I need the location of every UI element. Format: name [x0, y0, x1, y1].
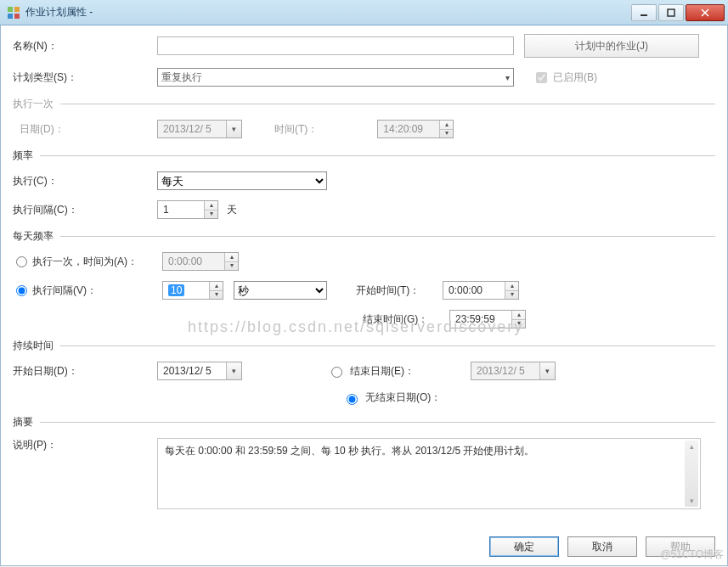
spin-arrows-icon[interactable]: ▴▾	[511, 311, 525, 328]
window-buttons	[631, 4, 725, 21]
divider	[60, 104, 715, 104]
spin-arrows-icon: ▴▾	[224, 253, 238, 270]
summary-textbox[interactable]: 每天在 0:00:00 和 23:59:59 之间、每 10 秒 执行。将从 2…	[157, 438, 701, 509]
once-date-value: 2013/12/ 5	[158, 121, 226, 138]
divider	[40, 155, 715, 156]
calendar-drop-icon: ▾	[226, 121, 241, 138]
daily-start-time[interactable]: 0:00:00 ▴▾	[443, 281, 519, 300]
schedule-type-value: 重复执行	[161, 70, 202, 85]
spin-arrows-icon[interactable]: ▴▾	[204, 201, 217, 218]
occurs-label: 执行(C)：	[13, 174, 157, 188]
daily-end-value: 23:59:59	[450, 311, 511, 328]
section-daily-frequency: 每天频率 执行一次，时间为(A)： 0:00:00 ▴▾ 执行间隔(V)： 10…	[13, 229, 715, 328]
start-date-picker[interactable]: 2013/12/ 5 ▾	[157, 362, 242, 380]
end-date-value: 2013/12/ 5	[471, 362, 539, 379]
daily-end-time[interactable]: 23:59:59 ▴▾	[449, 310, 526, 328]
schedule-type-label: 计划类型(S)：	[13, 70, 157, 85]
dialog-footer: 确定 取消 帮助	[13, 536, 715, 557]
section-once-title: 执行一次	[13, 97, 54, 111]
jobs-in-schedule-label: 计划中的作业(J)	[575, 39, 648, 53]
no-end-date-radio[interactable]	[347, 394, 358, 405]
calendar-drop-icon: ▾	[539, 362, 555, 379]
dialog-client: 名称(N)： 计划中的作业(J) 计划类型(S)： 重复执行 ▾ 已启用(B) …	[0, 25, 728, 566]
ok-button[interactable]: 确定	[489, 536, 559, 557]
enabled-checkbox-input[interactable]	[536, 72, 547, 83]
occurs-select[interactable]: 每天	[157, 171, 327, 190]
daily-every-value: 10	[168, 284, 184, 296]
start-date-label: 开始日期(D)：	[13, 364, 157, 379]
spin-arrows-icon: ▴▾	[439, 121, 453, 138]
end-date-label: 结束日期(E)：	[350, 364, 415, 379]
cancel-button[interactable]: 取消	[567, 536, 637, 557]
maximize-button[interactable]	[658, 4, 684, 21]
once-date-label: 日期(D)：	[13, 122, 157, 137]
daily-once-value: 0:00:00	[163, 253, 224, 270]
jobs-in-schedule-button[interactable]: 计划中的作业(J)	[524, 34, 699, 58]
svg-rect-5	[668, 9, 674, 16]
section-duration: 持续时间 开始日期(D)： 2013/12/ 5 ▾ 结束日期(E)： 2013…	[13, 339, 715, 405]
daily-start-value: 0:00:00	[443, 282, 505, 299]
daily-every-label: 执行间隔(V)：	[32, 284, 97, 298]
recur-interval-value: 1	[158, 201, 204, 218]
section-daily-title: 每天频率	[13, 229, 54, 244]
daily-start-label: 开始时间(T)：	[356, 284, 437, 298]
daily-end-label: 结束时间(G)：	[363, 312, 444, 327]
schedule-type-select[interactable]: 重复执行 ▾	[157, 68, 514, 87]
row-schedule-type: 计划类型(S)： 重复执行 ▾ 已启用(B)	[13, 68, 715, 87]
corner-watermark: @51CTO博客	[660, 547, 724, 562]
cancel-label: 取消	[592, 540, 612, 554]
daily-once-radio[interactable]	[16, 256, 27, 267]
svg-rect-3	[14, 14, 20, 19]
daily-every-unit-select[interactable]: 秒	[234, 281, 327, 300]
svg-rect-1	[14, 7, 20, 12]
section-duration-title: 持续时间	[13, 339, 54, 353]
scroll-up-icon[interactable]: ▴	[690, 441, 694, 452]
name-input[interactable]	[157, 36, 514, 55]
once-time-spinner: 14:20:09 ▴▾	[377, 120, 454, 138]
divider	[60, 236, 715, 237]
window-title: 作业计划属性 -	[25, 5, 631, 20]
section-frequency: 频率 执行(C)： 每天 执行间隔(C)： 1 ▴▾ 天	[13, 149, 715, 219]
divider	[60, 345, 715, 346]
spin-arrows-icon[interactable]: ▴▾	[505, 282, 518, 299]
scrollbar[interactable]: ▴▾	[685, 441, 698, 507]
daily-once-time: 0:00:00 ▴▾	[162, 252, 239, 271]
row-name: 名称(N)： 计划中的作业(J)	[13, 34, 715, 58]
enabled-checkbox[interactable]: 已启用(B)	[533, 70, 597, 86]
svg-rect-4	[641, 14, 647, 16]
end-date-picker: 2013/12/ 5 ▾	[471, 362, 556, 380]
once-date-picker: 2013/12/ 5 ▾	[157, 120, 242, 138]
end-date-radio[interactable]	[331, 367, 342, 378]
daily-once-label: 执行一次，时间为(A)：	[32, 255, 138, 269]
section-once: 执行一次 日期(D)： 2013/12/ 5 ▾ 时间(T)： 14:20:09…	[13, 97, 715, 138]
calendar-drop-icon[interactable]: ▾	[226, 362, 241, 379]
no-end-date-label: 无结束日期(O)：	[365, 390, 441, 405]
name-label: 名称(N)：	[13, 39, 157, 53]
section-summary-title: 摘要	[13, 415, 33, 429]
svg-rect-0	[8, 7, 13, 12]
divider	[40, 422, 715, 423]
window-titlebar: 作业计划属性 -	[0, 0, 728, 25]
section-summary: 摘要 说明(P)： 每天在 0:00:00 和 23:59:59 之间、每 10…	[13, 415, 715, 509]
scroll-down-icon[interactable]: ▾	[690, 495, 694, 507]
enabled-label: 已启用(B)	[553, 70, 597, 85]
recur-unit: 天	[227, 203, 237, 217]
daily-every-radio[interactable]	[16, 285, 27, 296]
once-time-value: 14:20:09	[378, 121, 439, 138]
recur-interval-spinner[interactable]: 1 ▴▾	[157, 200, 218, 219]
spin-arrows-icon[interactable]: ▴▾	[209, 282, 223, 299]
chevron-down-icon: ▾	[505, 73, 510, 82]
app-icon	[7, 6, 20, 20]
start-date-value: 2013/12/ 5	[158, 362, 226, 379]
section-frequency-title: 频率	[13, 149, 33, 163]
once-time-label: 时间(T)：	[274, 122, 318, 137]
recur-label: 执行间隔(C)：	[13, 203, 157, 217]
daily-every-spinner[interactable]: 10 ▴▾	[162, 281, 223, 300]
close-button[interactable]	[686, 4, 725, 21]
minimize-button[interactable]	[631, 4, 657, 21]
ok-label: 确定	[514, 540, 534, 554]
summary-text: 每天在 0:00:00 和 23:59:59 之间、每 10 秒 执行。将从 2…	[165, 445, 535, 457]
summary-desc-label: 说明(P)：	[13, 438, 157, 452]
svg-rect-2	[8, 14, 13, 19]
